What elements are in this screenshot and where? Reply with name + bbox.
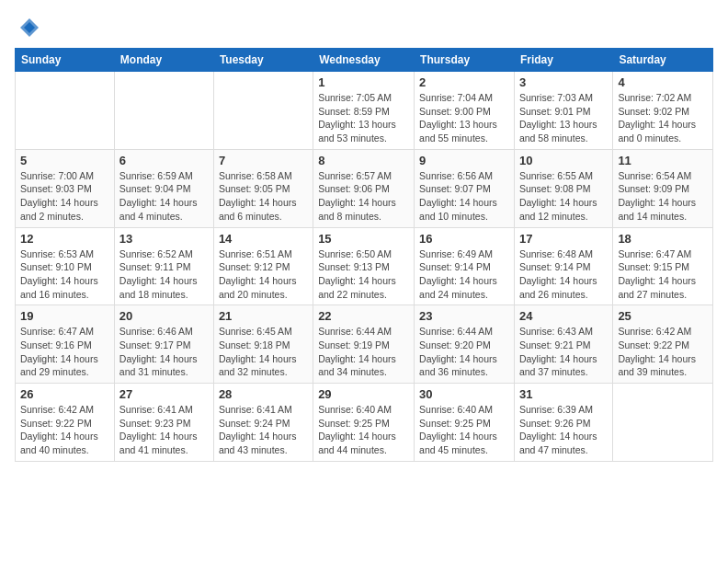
day-number: 30 <box>419 387 509 401</box>
calendar-cell <box>16 72 115 150</box>
day-number: 15 <box>318 232 409 246</box>
weekday-header: Monday <box>114 49 213 72</box>
day-number: 17 <box>519 232 608 246</box>
day-detail: Sunrise: 6:56 AMSunset: 9:07 PMDaylight:… <box>419 169 509 224</box>
day-detail: Sunrise: 6:48 AMSunset: 9:14 PMDaylight:… <box>519 247 608 302</box>
calendar-week-row: 1Sunrise: 7:05 AMSunset: 8:59 PMDaylight… <box>16 72 713 150</box>
calendar-cell: 14Sunrise: 6:51 AMSunset: 9:12 PMDayligh… <box>213 227 313 305</box>
calendar-cell: 25Sunrise: 6:42 AMSunset: 9:22 PMDayligh… <box>613 305 713 384</box>
calendar-table: SundayMondayTuesdayWednesdayThursdayFrid… <box>15 48 713 462</box>
calendar-cell: 13Sunrise: 6:52 AMSunset: 9:11 PMDayligh… <box>114 227 213 305</box>
day-number: 27 <box>119 387 209 401</box>
day-detail: Sunrise: 6:50 AMSunset: 9:13 PMDaylight:… <box>318 247 409 302</box>
day-detail: Sunrise: 6:42 AMSunset: 9:22 PMDaylight:… <box>618 325 708 379</box>
day-detail: Sunrise: 7:04 AMSunset: 9:00 PMDaylight:… <box>419 91 509 145</box>
weekday-header: Saturday <box>613 49 713 72</box>
weekday-header: Tuesday <box>213 49 313 72</box>
day-number: 21 <box>219 309 308 323</box>
day-detail: Sunrise: 6:59 AMSunset: 9:04 PMDaylight:… <box>119 169 209 224</box>
day-number: 7 <box>219 154 308 167</box>
calendar-cell <box>114 72 213 150</box>
day-number: 23 <box>419 309 509 323</box>
calendar-cell: 23Sunrise: 6:44 AMSunset: 9:20 PMDayligh… <box>415 305 515 384</box>
calendar-cell: 2Sunrise: 7:04 AMSunset: 9:00 PMDaylight… <box>415 72 515 150</box>
day-number: 26 <box>20 387 109 401</box>
calendar-cell: 11Sunrise: 6:54 AMSunset: 9:09 PMDayligh… <box>613 149 713 227</box>
calendar-header: SundayMondayTuesdayWednesdayThursdayFrid… <box>16 49 713 72</box>
day-number: 18 <box>618 232 708 246</box>
logo-icon <box>17 15 42 40</box>
day-number: 9 <box>419 154 509 167</box>
calendar-cell: 26Sunrise: 6:42 AMSunset: 9:22 PMDayligh… <box>16 384 115 462</box>
calendar-cell: 31Sunrise: 6:39 AMSunset: 9:26 PMDayligh… <box>514 384 612 462</box>
day-number: 4 <box>618 75 708 89</box>
calendar-cell: 28Sunrise: 6:41 AMSunset: 9:24 PMDayligh… <box>213 384 313 462</box>
day-number: 5 <box>20 154 109 167</box>
day-number: 16 <box>419 232 509 246</box>
calendar-cell: 8Sunrise: 6:57 AMSunset: 9:06 PMDaylight… <box>313 149 415 227</box>
calendar-cell: 6Sunrise: 6:59 AMSunset: 9:04 PMDaylight… <box>114 149 213 227</box>
day-detail: Sunrise: 6:44 AMSunset: 9:19 PMDaylight:… <box>318 325 409 379</box>
calendar-cell: 18Sunrise: 6:47 AMSunset: 9:15 PMDayligh… <box>613 227 713 305</box>
weekday-header: Sunday <box>16 49 115 72</box>
calendar-cell: 22Sunrise: 6:44 AMSunset: 9:19 PMDayligh… <box>313 305 415 384</box>
calendar-cell: 27Sunrise: 6:41 AMSunset: 9:23 PMDayligh… <box>114 384 213 462</box>
day-detail: Sunrise: 6:41 AMSunset: 9:24 PMDaylight:… <box>219 403 308 457</box>
day-detail: Sunrise: 6:39 AMSunset: 9:26 PMDaylight:… <box>519 403 608 457</box>
calendar-cell: 19Sunrise: 6:47 AMSunset: 9:16 PMDayligh… <box>16 305 115 384</box>
calendar-cell: 29Sunrise: 6:40 AMSunset: 9:25 PMDayligh… <box>313 384 415 462</box>
calendar-cell: 21Sunrise: 6:45 AMSunset: 9:18 PMDayligh… <box>213 305 313 384</box>
day-number: 3 <box>519 75 608 89</box>
calendar-week-row: 12Sunrise: 6:53 AMSunset: 9:10 PMDayligh… <box>16 227 713 305</box>
calendar-cell: 10Sunrise: 6:55 AMSunset: 9:08 PMDayligh… <box>514 149 612 227</box>
day-detail: Sunrise: 6:44 AMSunset: 9:20 PMDaylight:… <box>419 325 509 379</box>
day-detail: Sunrise: 6:41 AMSunset: 9:23 PMDaylight:… <box>119 403 209 457</box>
day-number: 29 <box>318 387 409 401</box>
day-number: 28 <box>219 387 308 401</box>
day-number: 25 <box>618 309 708 323</box>
day-number: 24 <box>519 309 608 323</box>
logo <box>15 15 42 40</box>
day-detail: Sunrise: 7:03 AMSunset: 9:01 PMDaylight:… <box>519 91 608 145</box>
calendar-cell: 30Sunrise: 6:40 AMSunset: 9:25 PMDayligh… <box>415 384 515 462</box>
day-detail: Sunrise: 6:47 AMSunset: 9:15 PMDaylight:… <box>618 247 708 302</box>
day-number: 6 <box>119 154 209 167</box>
calendar-cell: 12Sunrise: 6:53 AMSunset: 9:10 PMDayligh… <box>16 227 115 305</box>
day-detail: Sunrise: 6:40 AMSunset: 9:25 PMDaylight:… <box>419 403 509 457</box>
day-number: 20 <box>119 309 209 323</box>
page-header <box>15 15 713 40</box>
calendar-cell: 4Sunrise: 7:02 AMSunset: 9:02 PMDaylight… <box>613 72 713 150</box>
day-detail: Sunrise: 6:45 AMSunset: 9:18 PMDaylight:… <box>219 325 308 379</box>
day-detail: Sunrise: 6:43 AMSunset: 9:21 PMDaylight:… <box>519 325 608 379</box>
weekday-header: Wednesday <box>313 49 415 72</box>
day-number: 31 <box>519 387 608 401</box>
day-number: 19 <box>20 309 109 323</box>
day-number: 2 <box>419 75 509 89</box>
weekday-header: Friday <box>514 49 612 72</box>
calendar-cell: 1Sunrise: 7:05 AMSunset: 8:59 PMDaylight… <box>313 72 415 150</box>
day-detail: Sunrise: 6:49 AMSunset: 9:14 PMDaylight:… <box>419 247 509 302</box>
calendar-cell: 17Sunrise: 6:48 AMSunset: 9:14 PMDayligh… <box>514 227 612 305</box>
day-detail: Sunrise: 6:46 AMSunset: 9:17 PMDaylight:… <box>119 325 209 379</box>
day-number: 13 <box>119 232 209 246</box>
day-detail: Sunrise: 7:05 AMSunset: 8:59 PMDaylight:… <box>318 91 409 145</box>
day-detail: Sunrise: 6:42 AMSunset: 9:22 PMDaylight:… <box>20 403 109 457</box>
day-number: 22 <box>318 309 409 323</box>
calendar-week-row: 5Sunrise: 7:00 AMSunset: 9:03 PMDaylight… <box>16 149 713 227</box>
day-detail: Sunrise: 7:00 AMSunset: 9:03 PMDaylight:… <box>20 169 109 224</box>
calendar-cell: 15Sunrise: 6:50 AMSunset: 9:13 PMDayligh… <box>313 227 415 305</box>
calendar-cell: 20Sunrise: 6:46 AMSunset: 9:17 PMDayligh… <box>114 305 213 384</box>
calendar-cell: 3Sunrise: 7:03 AMSunset: 9:01 PMDaylight… <box>514 72 612 150</box>
day-detail: Sunrise: 6:52 AMSunset: 9:11 PMDaylight:… <box>119 247 209 302</box>
day-number: 11 <box>618 154 708 167</box>
calendar-cell: 16Sunrise: 6:49 AMSunset: 9:14 PMDayligh… <box>415 227 515 305</box>
calendar-cell: 9Sunrise: 6:56 AMSunset: 9:07 PMDaylight… <box>415 149 515 227</box>
day-number: 12 <box>20 232 109 246</box>
calendar-cell: 5Sunrise: 7:00 AMSunset: 9:03 PMDaylight… <box>16 149 115 227</box>
day-detail: Sunrise: 6:54 AMSunset: 9:09 PMDaylight:… <box>618 169 708 224</box>
day-detail: Sunrise: 6:55 AMSunset: 9:08 PMDaylight:… <box>519 169 608 224</box>
calendar-cell <box>213 72 313 150</box>
calendar-cell <box>613 384 713 462</box>
calendar-week-row: 26Sunrise: 6:42 AMSunset: 9:22 PMDayligh… <box>16 384 713 462</box>
day-number: 1 <box>318 75 409 89</box>
